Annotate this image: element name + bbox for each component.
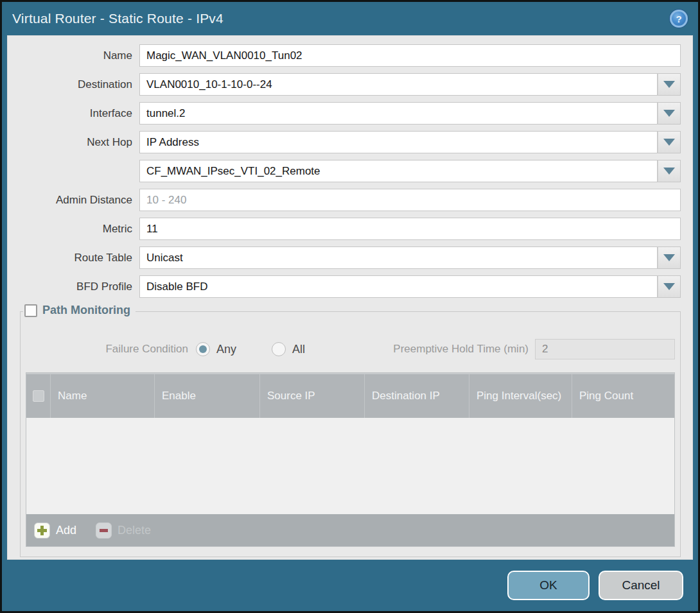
dialog-frame: Virtual Router - Static Route - IPv4 ? N… xyxy=(2,2,698,611)
next-hop-type-input[interactable] xyxy=(139,131,658,153)
add-button[interactable]: Add xyxy=(34,522,76,539)
bfd-profile-row: BFD Profile xyxy=(16,275,681,298)
bfd-profile-label: BFD Profile xyxy=(16,281,139,293)
admin-distance-row: Admin Distance xyxy=(16,189,681,211)
chevron-down-icon xyxy=(663,168,675,175)
dialog-title: Virtual Router - Static Route - IPv4 xyxy=(12,11,223,26)
metric-label: Metric xyxy=(16,223,139,236)
destination-row: Destination xyxy=(16,73,681,96)
radio-selected-dot xyxy=(199,345,207,353)
destination-dropdown-button[interactable] xyxy=(658,73,681,96)
destination-label: Destination xyxy=(16,78,139,91)
help-icon[interactable]: ? xyxy=(670,10,688,28)
next-hop-address-dropdown-button[interactable] xyxy=(658,160,681,182)
name-row: Name xyxy=(16,44,681,67)
minus-icon xyxy=(96,522,112,539)
radio-any-label: Any xyxy=(216,343,236,356)
path-monitoring-legend: Path Monitoring xyxy=(23,304,136,317)
destination-input[interactable] xyxy=(139,73,658,96)
table-body-empty xyxy=(26,418,674,514)
failure-condition-radio-group: Any All xyxy=(196,342,334,356)
route-table-label: Route Table xyxy=(16,252,139,264)
add-button-label: Add xyxy=(56,524,76,537)
radio-all[interactable] xyxy=(272,342,286,356)
preemptive-hold-time-group: Preemptive Hold Time (min) xyxy=(393,339,675,359)
table-toolbar: Add Delete xyxy=(26,514,674,546)
dialog-content: Name Destination Interface xyxy=(7,35,693,560)
dialog-footer: OK Cancel xyxy=(2,560,698,611)
next-hop-type-dropdown-button[interactable] xyxy=(658,131,681,153)
plus-icon xyxy=(34,522,50,539)
next-hop-address-row xyxy=(16,160,681,182)
path-monitoring-checkbox[interactable] xyxy=(24,304,37,317)
path-monitoring-title: Path Monitoring xyxy=(42,304,130,317)
interface-row: Interface xyxy=(16,102,681,125)
cancel-button[interactable]: Cancel xyxy=(599,571,683,600)
admin-distance-label: Admin Distance xyxy=(16,194,139,207)
admin-distance-input[interactable] xyxy=(139,189,681,211)
route-table-row: Route Table xyxy=(16,246,681,269)
column-header-ping-count[interactable]: Ping Count xyxy=(572,374,674,418)
chevron-down-icon xyxy=(663,81,675,88)
table-header-select-all[interactable] xyxy=(26,374,50,418)
column-header-destination-ip[interactable]: Destination IP xyxy=(364,374,469,418)
bfd-profile-dropdown-button[interactable] xyxy=(658,275,681,298)
next-hop-label: Next Hop xyxy=(16,136,139,149)
chevron-down-icon xyxy=(663,110,675,117)
column-header-name[interactable]: Name xyxy=(50,374,154,418)
ok-button[interactable]: OK xyxy=(507,571,590,600)
name-label: Name xyxy=(16,49,139,62)
delete-button-label: Delete xyxy=(118,524,151,537)
preemptive-hold-time-label: Preemptive Hold Time (min) xyxy=(393,343,535,356)
column-header-enable[interactable]: Enable xyxy=(154,374,259,418)
next-hop-row: Next Hop xyxy=(16,131,681,153)
column-header-ping-interval[interactable]: Ping Interval(sec) xyxy=(469,374,572,418)
next-hop-address-input[interactable] xyxy=(139,160,658,182)
table-header-row: Name Enable Source IP Destination IP Pin… xyxy=(26,373,674,418)
delete-button[interactable]: Delete xyxy=(96,522,151,539)
chevron-down-icon xyxy=(663,139,675,146)
interface-dropdown-button[interactable] xyxy=(658,102,681,125)
failure-condition-row: Failure Condition Any All Preemptive Hol… xyxy=(26,339,675,359)
radio-any[interactable] xyxy=(196,342,210,356)
metric-row: Metric xyxy=(16,218,681,240)
failure-condition-label: Failure Condition xyxy=(26,343,196,356)
interface-label: Interface xyxy=(16,107,139,120)
route-table-input[interactable] xyxy=(139,246,658,269)
name-input[interactable] xyxy=(139,44,681,67)
route-table-dropdown-button[interactable] xyxy=(658,246,681,269)
virtual-router-static-route-dialog: Virtual Router - Static Route - IPv4 ? N… xyxy=(0,0,700,613)
radio-all-label: All xyxy=(292,343,305,356)
interface-input[interactable] xyxy=(139,102,658,125)
select-all-checkbox[interactable] xyxy=(33,390,44,402)
bfd-profile-input[interactable] xyxy=(139,275,658,298)
preemptive-hold-time-input[interactable] xyxy=(535,339,675,359)
metric-input[interactable] xyxy=(139,218,681,240)
column-header-source-ip[interactable]: Source IP xyxy=(259,374,364,418)
chevron-down-icon xyxy=(663,254,675,261)
chevron-down-icon xyxy=(663,283,675,290)
path-monitoring-section: Path Monitoring Failure Condition Any Al… xyxy=(20,311,681,557)
path-monitoring-table: Name Enable Source IP Destination IP Pin… xyxy=(26,372,675,547)
title-bar: Virtual Router - Static Route - IPv4 ? xyxy=(2,2,698,35)
